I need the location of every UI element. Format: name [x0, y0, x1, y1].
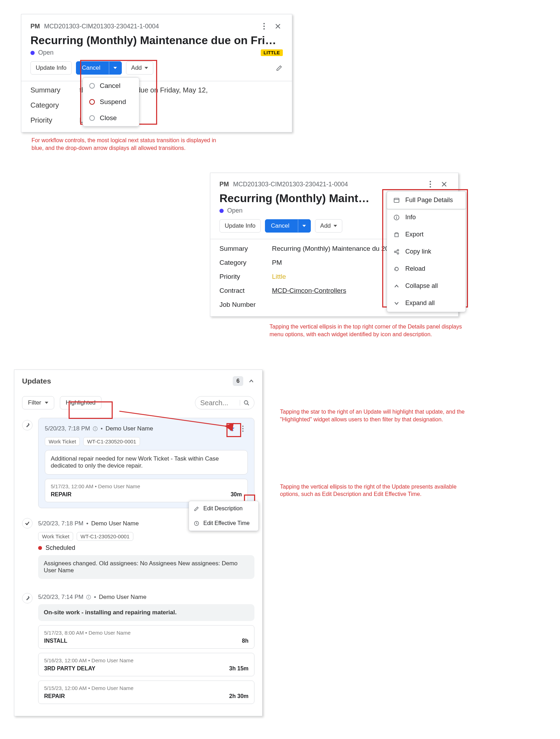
work-ticket-chip: Work Ticket: [45, 437, 80, 446]
field-label-category: Category: [30, 101, 79, 109]
update-note: Additional repair needed for new Work Ti…: [45, 450, 248, 475]
collapse-icon[interactable]: [248, 378, 254, 384]
updates-count: 6: [233, 376, 243, 386]
add-button[interactable]: Add: [315, 219, 342, 233]
update-user: Demo User Name: [91, 520, 139, 527]
update-user: Demo User Name: [99, 594, 146, 601]
svg-point-22: [242, 431, 243, 432]
status-text: Open: [38, 49, 54, 56]
update-note: On-site work - installing and repairing …: [38, 604, 254, 621]
filter-button[interactable]: Filter: [22, 396, 54, 409]
updates-title: Updates: [22, 377, 51, 385]
wrench-icon: [22, 593, 33, 603]
menu-item-full-page-details[interactable]: Full Page Details: [387, 191, 466, 209]
caret-down-icon: [334, 225, 337, 227]
add-button[interactable]: Add: [126, 61, 153, 75]
update-user: Demo User Name: [105, 425, 153, 432]
close-icon[interactable]: [273, 21, 283, 31]
svg-point-4: [429, 184, 431, 185]
cancel-button[interactable]: Cancel: [76, 61, 122, 75]
status-dot-red: [38, 546, 42, 550]
svg-point-12: [397, 249, 399, 251]
svg-point-0: [263, 23, 265, 25]
work-ticket-chip: Work Ticket: [38, 532, 73, 541]
menu-item-collapse-all[interactable]: Collapse all: [387, 277, 465, 295]
record-id: MCD201303-CIM201303-230421-1-0004: [233, 181, 348, 188]
menu-item-info[interactable]: Info: [387, 209, 465, 226]
svg-rect-6: [394, 198, 399, 202]
svg-point-5: [429, 186, 431, 188]
svg-point-21: [242, 428, 243, 429]
sub-entry: 5/15/23, 12:00 AM • Demo User Name REPAI…: [38, 681, 254, 704]
field-label-summary: Summary: [30, 86, 79, 94]
dropdown-item-close[interactable]: Close: [83, 110, 139, 126]
svg-point-9: [396, 216, 397, 216]
search-placeholder: Search...: [200, 399, 228, 407]
field-label-priority: Priority: [219, 273, 272, 281]
svg-point-13: [397, 253, 399, 254]
cancel-dropdown-toggle[interactable]: [109, 62, 121, 74]
caret-down-icon: [113, 67, 117, 69]
star-icon[interactable]: ★: [228, 424, 235, 433]
info-icon: [93, 426, 98, 431]
update-time: 5/20/23, 7:18 PM: [45, 425, 90, 432]
menu-item-expand-all[interactable]: Expand all: [387, 295, 465, 312]
record-type: PM: [30, 23, 40, 30]
work-ticket-id: WT-C1-230520-0001: [83, 437, 140, 446]
update-time: 5/20/23, 7:18 PM: [38, 520, 83, 527]
record-type: PM: [219, 181, 229, 188]
menu-item-reload[interactable]: Reload: [387, 260, 465, 277]
transition-dropdown[interactable]: Cancel Suspend Close: [83, 77, 139, 126]
wrench-icon: [22, 420, 33, 430]
cancel-button-label: Cancel: [76, 62, 106, 74]
search-input[interactable]: Search...: [195, 396, 254, 409]
update-context-menu[interactable]: Edit Description Edit Effective Time: [189, 501, 259, 531]
details-panel-1: PM MCD201303-CIM201303-230421-1-0004 Rec…: [21, 14, 292, 132]
priority-badge: LITTLE: [261, 49, 283, 56]
details-overflow-menu[interactable]: Full Page Details Info Export Copy link …: [387, 191, 466, 312]
cancel-button[interactable]: Cancel: [265, 219, 311, 233]
record-title: Recurring (Monthly) Maintenance due on F…: [30, 34, 283, 47]
field-label-contract: Contract: [219, 287, 272, 295]
menu-item-edit-description[interactable]: Edit Description: [189, 501, 258, 516]
kebab-icon[interactable]: [238, 424, 248, 434]
radio-icon: [89, 99, 95, 105]
update-time: 5/20/23, 7:14 PM: [38, 594, 83, 601]
caret-down-icon: [302, 225, 306, 227]
work-ticket-id: WT-C1-230520-0001: [77, 532, 133, 541]
caret-down-icon: [45, 402, 48, 404]
add-button-label: Add: [131, 64, 142, 71]
details-panel-2: PM MCD201303-CIM201303-230421-1-0004 Rec…: [210, 173, 458, 317]
menu-item-copy-link[interactable]: Copy link: [387, 243, 465, 260]
record-id: MCD201303-CIM201303-230421-1-0004: [44, 23, 159, 30]
update-info-button[interactable]: Update Info: [30, 61, 72, 75]
field-label-priority: Priority: [30, 116, 79, 124]
menu-item-export[interactable]: Export: [387, 226, 465, 243]
svg-point-20: [242, 426, 243, 427]
svg-point-1: [263, 26, 265, 27]
svg-point-28: [88, 596, 89, 597]
edit-icon[interactable]: [276, 64, 283, 71]
cancel-dropdown-toggle[interactable]: [298, 220, 310, 232]
update-info-button[interactable]: Update Info: [219, 219, 261, 233]
update-status: Scheduled: [38, 544, 254, 552]
dropdown-item-cancel[interactable]: Cancel: [83, 78, 139, 94]
menu-item-edit-effective-time[interactable]: Edit Effective Time: [189, 516, 258, 531]
svg-point-3: [429, 181, 431, 182]
sub-entry: 5/16/23, 12:00 AM • Demo User Name 3RD P…: [38, 653, 254, 676]
kebab-icon[interactable]: [259, 21, 269, 31]
update-item: 5/20/23, 7:14 PM • Demo User Name On-sit…: [14, 591, 262, 707]
field-label-jobnumber: Job Number: [219, 301, 272, 309]
search-icon: [240, 400, 249, 406]
close-icon[interactable]: [439, 179, 449, 189]
info-icon: [86, 595, 91, 600]
svg-rect-19: [95, 428, 96, 430]
updates-panel: Updates 6 Filter Highlighted Search...: [14, 370, 262, 716]
annotation-text-1: For workflow controls, the most logical …: [31, 137, 227, 152]
radio-icon: [89, 83, 95, 89]
sub-entry: 5/17/23, 8:00 AM • Demo User Name INSTAL…: [38, 625, 254, 649]
dropdown-item-suspend[interactable]: Suspend: [83, 94, 139, 110]
highlighted-filter-button[interactable]: Highlighted: [60, 396, 102, 409]
status-dot: [30, 51, 35, 55]
kebab-icon[interactable]: [425, 179, 435, 189]
